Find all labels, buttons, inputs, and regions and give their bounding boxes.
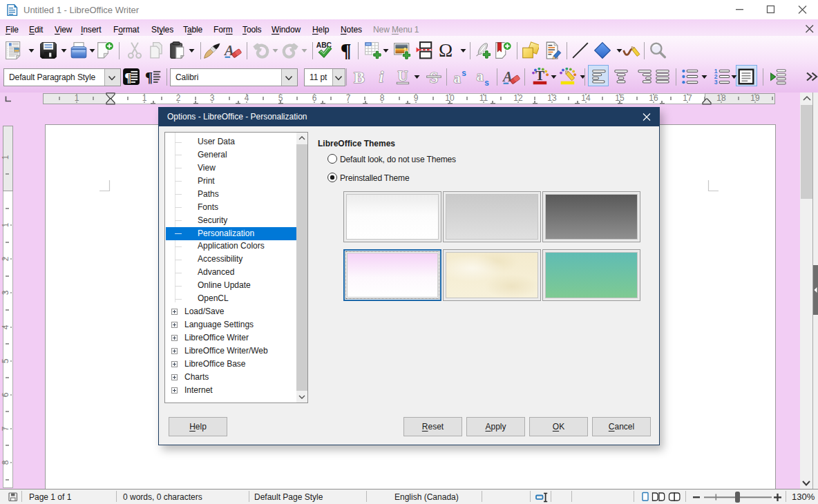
svg-text:U: U: [398, 68, 408, 84]
svg-text:T: T: [535, 68, 544, 83]
svg-text:B: B: [354, 68, 365, 86]
svg-text:Ω: Ω: [439, 41, 453, 59]
svg-text:s: s: [484, 78, 489, 86]
svg-text:s: s: [462, 68, 466, 78]
svg-text:¶: ¶: [341, 41, 352, 59]
svg-text:3: 3: [714, 79, 718, 86]
svg-text:¶: ¶: [145, 70, 153, 85]
svg-text:a: a: [477, 68, 484, 84]
svg-text:a: a: [454, 70, 461, 86]
svg-text:¶: ¶: [124, 71, 131, 85]
svg-text:i: i: [379, 68, 384, 86]
